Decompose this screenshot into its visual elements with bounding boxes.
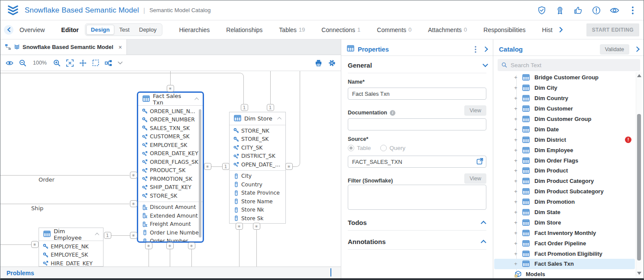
table-column-employee-sk[interactable]: EMPLOYEE_SK — [138, 141, 203, 150]
table-column-product-sk[interactable]: PRODUCT_SK — [138, 166, 203, 175]
tree-expand-icon[interactable]: + — [514, 188, 520, 195]
tree-expand-icon[interactable]: + — [514, 199, 520, 205]
tab-close-icon[interactable]: × — [119, 44, 122, 51]
catalog-item-dim-customer[interactable]: +Dim Customer — [494, 104, 635, 114]
collapse-chevron-icon[interactable] — [95, 233, 99, 237]
validate-button[interactable]: Validate — [600, 44, 629, 55]
visibility-icon[interactable] — [6, 60, 13, 66]
entity-table-fact-sales-txn[interactable]: Fact Sales Txn ORDER_LINE_N...ORDER_NUMB… — [137, 91, 204, 243]
nav-item-relationships[interactable]: Relationships — [226, 26, 262, 33]
name-input[interactable] — [348, 88, 486, 100]
open-external-icon[interactable] — [476, 158, 483, 166]
table-column-order-number[interactable]: Order Number — [138, 237, 203, 243]
entity-table-dim-store[interactable]: Dim Store STORE_NKSTORE_SKCITY_SKDISTRIC… — [229, 112, 286, 224]
catalog-item-dim-product[interactable]: +Dim Product — [494, 166, 635, 176]
tree-expand-icon[interactable]: + — [514, 251, 520, 257]
document-tab[interactable]: Snowflake Based Semantic Model × — [0, 39, 127, 55]
table-column-employee-sk[interactable]: EMPLOYEE_SK — [39, 251, 103, 260]
catalog-item-dim-order-flags[interactable]: +Dim Order Flags — [494, 155, 635, 166]
documentation-view-button[interactable]: View — [464, 105, 486, 116]
catalog-item-dim-product-category[interactable]: +Dim Product Category — [494, 176, 635, 186]
tree-expand-icon[interactable]: + — [514, 85, 520, 91]
table-column-extended-amount[interactable]: ΣExtended Amount — [138, 212, 203, 220]
filter-view-button[interactable]: View — [464, 173, 486, 184]
nav-item-responsibilities[interactable]: Responsibilities — [483, 26, 525, 33]
pan-move-icon[interactable] — [79, 59, 87, 67]
table-column-order-number[interactable]: ORDER_NUMBER — [138, 116, 203, 124]
fit-to-screen-icon[interactable] — [66, 59, 74, 67]
relationship-label-ship[interactable]: Ship — [30, 205, 44, 212]
table-column-district-sk[interactable]: DISTRICT_SK — [230, 152, 285, 161]
alert-circle-icon[interactable] — [592, 6, 601, 15]
nav-item-tables[interactable]: Tables19 — [279, 26, 305, 33]
table-column-store-sk[interactable]: STORE_SK — [138, 192, 203, 200]
catalog-item-dim-customer-group[interactable]: +Dim Customer Group — [494, 114, 635, 124]
section-collapse-chevron-icon[interactable] — [481, 240, 486, 245]
auto-layout-icon[interactable] — [105, 60, 112, 66]
catalog-scrollbar[interactable] — [636, 72, 642, 277]
scrollbar-thumb[interactable] — [637, 114, 641, 260]
catalog-item-dim-district[interactable]: +Dim District! — [494, 134, 635, 145]
section-collapse-chevron-icon[interactable] — [481, 221, 486, 226]
zoom-level[interactable]: 100% — [33, 60, 47, 66]
kebab-menu-icon[interactable] — [628, 6, 638, 15]
tree-expand-icon[interactable]: + — [514, 230, 520, 236]
source-query-radio[interactable]: Query — [380, 145, 405, 151]
table-column-customer-sk[interactable]: CUSTOMER_SK — [138, 133, 203, 141]
table-column-state-province[interactable]: State Province — [230, 189, 285, 198]
table-column-order-flags-sk[interactable]: ORDER_FLAGS_SK — [138, 158, 203, 166]
segment-test[interactable]: Test — [114, 25, 134, 35]
scroll-down-arrow-icon[interactable] — [637, 272, 641, 275]
section-expand-chevron-icon[interactable] — [482, 62, 488, 67]
table-column-sales-txn-sk[interactable]: SALES_TXN_SK — [138, 124, 203, 133]
catalog-item-dim-store[interactable]: +Dim Store — [494, 217, 635, 228]
table-column-store-nk[interactable]: Store Nk — [230, 206, 285, 215]
table-column-ship-date-key[interactable]: SHIP_DATE_KEY — [138, 183, 203, 192]
diagram-canvas[interactable]: Order Ship *11**1**1******* Fact Sales T… — [0, 71, 341, 267]
table-column-freight-amount[interactable]: ΣFreight Amount — [138, 220, 203, 229]
table-column-city[interactable]: City — [230, 172, 285, 181]
catalog-item-dim-date[interactable]: +Dim Date — [494, 124, 635, 134]
relationship-label-order[interactable]: Order — [38, 176, 55, 183]
tree-expand-icon[interactable]: + — [514, 116, 520, 122]
table-column-order-line-number[interactable]: Order Line Number — [138, 228, 203, 237]
tree-expand-icon[interactable]: + — [514, 178, 520, 184]
nav-item-connections[interactable]: Connections1 — [321, 26, 360, 33]
section-general[interactable]: General — [348, 62, 486, 73]
section-todos[interactable]: Todos — [348, 219, 486, 231]
filter-textarea[interactable] — [348, 185, 486, 210]
segment-deploy[interactable]: Deploy — [134, 25, 161, 35]
catalog-item-bridge-customer-group[interactable]: +Bridge Customer Group — [494, 72, 635, 83]
catalog-item-dim-state[interactable]: +Dim State — [494, 207, 635, 218]
nav-item-editor[interactable]: Editor — [61, 26, 78, 33]
nav-item-comments[interactable]: Comments0 — [377, 26, 411, 33]
tree-expand-icon[interactable]: + — [514, 240, 520, 247]
entity-table-header[interactable]: Fact Sales Txn — [138, 93, 203, 106]
source-input[interactable] — [348, 156, 486, 168]
table-column-order-date-key[interactable]: ORDER_DATE_KEY — [138, 150, 203, 158]
table-column-store-sk[interactable]: Store Sk — [230, 214, 285, 223]
collapse-chevron-icon[interactable] — [194, 98, 199, 102]
nav-item-hist[interactable]: Hist — [542, 26, 553, 33]
nav-scroll-right-button[interactable] — [557, 26, 566, 34]
table-column-hire-date-key[interactable]: HIRE_DATE_KEY — [39, 259, 103, 267]
table-column-promotion-sk[interactable]: PROMOTION_SK — [138, 175, 203, 183]
shield-check-icon[interactable] — [537, 6, 547, 15]
table-column-store-name[interactable]: Store Name — [230, 197, 285, 206]
catalog-item-fact-promotion-eligibility[interactable]: +Fact Promotion Eligibility — [494, 248, 635, 259]
catalog-search-input[interactable] — [511, 62, 636, 68]
marquee-select-icon[interactable] — [92, 59, 99, 66]
problems-bar[interactable]: Problems — [0, 267, 341, 279]
tree-expand-icon[interactable]: + — [514, 105, 520, 112]
print-icon[interactable] — [315, 59, 322, 67]
tree-expand-icon[interactable]: + — [514, 209, 520, 215]
settings-gear-icon[interactable] — [328, 59, 336, 67]
catalog-item-fact-inventory-monthly[interactable]: +Fact Inventory Monthly — [494, 228, 635, 238]
tree-expand-icon[interactable]: + — [514, 137, 520, 143]
zoom-in-icon[interactable] — [53, 59, 61, 67]
collapse-chevron-icon[interactable] — [277, 117, 282, 121]
tree-expand-icon[interactable]: + — [514, 167, 520, 174]
documentation-input[interactable] — [348, 118, 486, 130]
entity-table-dim-employee[interactable]: Dim Employee EMPLOYEE_NKEMPLOYEE_SKHIRE_… — [39, 228, 104, 267]
nav-scroll-left-button[interactable] — [4, 25, 13, 35]
